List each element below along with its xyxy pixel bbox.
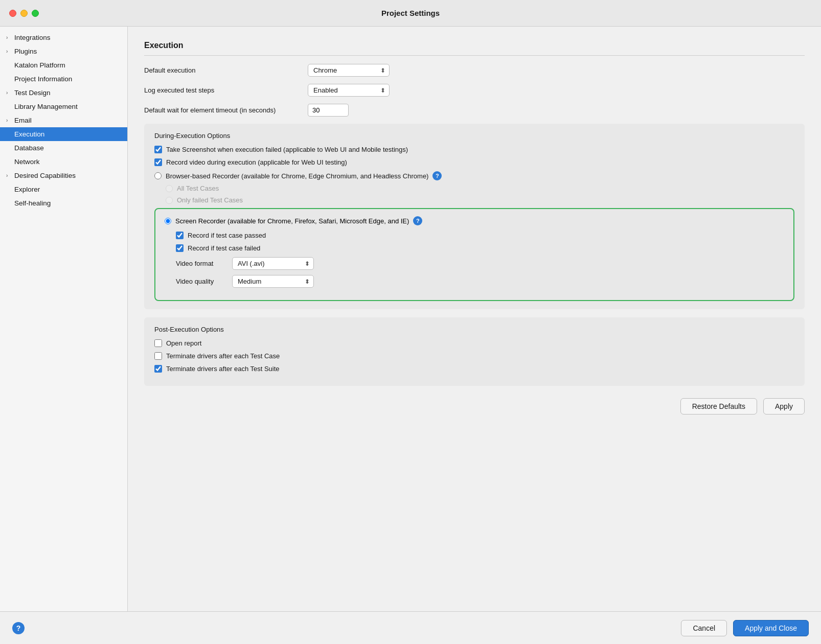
apply-close-button[interactable]: Apply and Close: [733, 620, 809, 636]
sidebar-item-label: Project Information: [14, 75, 72, 83]
record-failed-label[interactable]: Record if test case failed: [188, 244, 260, 252]
terminate-drivers-label[interactable]: Terminate drivers after each Test Case: [166, 352, 280, 360]
browser-recorder-help-icon[interactable]: ?: [432, 171, 442, 180]
all-test-cases-label: All Test Cases: [177, 185, 219, 192]
sidebar-item-label: Desired Capabilities: [14, 172, 76, 179]
all-test-cases-row: All Test Cases: [166, 185, 794, 192]
default-execution-row: Default execution ChromeFirefoxEdgeSafar…: [144, 64, 805, 77]
sidebar-item-self-healing[interactable]: Self-healing: [0, 196, 127, 210]
browser-recorder-radio[interactable]: [154, 172, 162, 179]
record-passed-label[interactable]: Record if test case passed: [188, 232, 266, 239]
sidebar-item-katalon-platform[interactable]: Katalon Platform: [0, 58, 127, 72]
sidebar-item-execution[interactable]: Execution: [0, 127, 127, 141]
chevron-icon: ›: [6, 35, 13, 40]
all-test-cases-radio[interactable]: [166, 185, 173, 192]
terminate-suite-label[interactable]: Terminate drivers after each Test Suite: [166, 365, 280, 373]
titlebar: Project Settings: [0, 0, 821, 27]
only-failed-row: Only failed Test Cases: [166, 196, 794, 204]
cancel-button[interactable]: Cancel: [681, 620, 727, 636]
sidebar-item-database[interactable]: Database: [0, 141, 127, 155]
sidebar-item-label: Test Design: [14, 89, 51, 97]
default-execution-select-wrapper: ChromeFirefoxEdgeSafariIE: [308, 64, 390, 77]
sidebar-item-network[interactable]: Network: [0, 155, 127, 169]
sidebar-item-library-management[interactable]: Library Management: [0, 100, 127, 113]
chevron-icon: ›: [6, 90, 13, 96]
log-executed-label: Log executed test steps: [144, 86, 308, 94]
open-report-label[interactable]: Open report: [166, 339, 201, 347]
screen-recorder-radio[interactable]: [165, 218, 171, 224]
screen-recorder-row: Screen Recorder (available for Chrome, F…: [165, 216, 784, 225]
sidebar: ›Integrations›PluginsKatalon PlatformPro…: [0, 27, 128, 611]
apply-button[interactable]: Apply: [763, 398, 805, 415]
record-failed-row: Record if test case failed: [176, 244, 784, 252]
timeout-label: Default wait for element timeout (in sec…: [144, 106, 308, 114]
sidebar-item-label: Plugins: [14, 48, 37, 55]
sidebar-item-label: Explorer: [14, 186, 40, 193]
help-button[interactable]: ?: [12, 622, 25, 634]
sidebar-item-label: Integrations: [14, 34, 51, 41]
take-screenshot-label[interactable]: Take Screenshot when execution failed (a…: [166, 146, 408, 153]
default-execution-select[interactable]: ChromeFirefoxEdgeSafariIE: [308, 64, 390, 77]
browser-recorder-row: Browser-based Recorder (available for Ch…: [154, 171, 794, 180]
log-executed-row: Log executed test steps EnabledDisabled: [144, 84, 805, 97]
sidebar-item-plugins[interactable]: ›Plugins: [0, 44, 127, 58]
terminate-drivers-checkbox[interactable]: [154, 352, 162, 360]
video-quality-select[interactable]: LowMediumHigh: [232, 275, 314, 288]
sidebar-item-desired-capabilities[interactable]: ›Desired Capabilities: [0, 169, 127, 182]
sidebar-item-label: Execution: [14, 130, 44, 138]
record-video-row: Record video during execution (applicabl…: [154, 158, 794, 166]
default-execution-label: Default execution: [144, 66, 308, 74]
sidebar-item-label: Katalon Platform: [14, 61, 65, 69]
terminate-suite-row: Terminate drivers after each Test Suite: [154, 365, 794, 373]
sidebar-item-email[interactable]: ›Email: [0, 113, 127, 127]
video-format-row: Video format AVI (.avi)MP4 (.mp4): [176, 257, 784, 270]
take-screenshot-row: Take Screenshot when execution failed (a…: [154, 146, 794, 153]
sidebar-item-test-design[interactable]: ›Test Design: [0, 86, 127, 100]
sidebar-item-label: Library Management: [14, 103, 78, 110]
main-layout: ›Integrations›PluginsKatalon PlatformPro…: [0, 27, 821, 611]
log-executed-select[interactable]: EnabledDisabled: [308, 84, 390, 97]
terminate-suite-checkbox[interactable]: [154, 365, 162, 373]
content-area: Execution Default execution ChromeFirefo…: [128, 27, 821, 611]
section-title: Execution: [144, 41, 805, 56]
record-video-checkbox[interactable]: [154, 158, 162, 166]
video-quality-label: Video quality: [176, 278, 227, 285]
close-button[interactable]: [9, 10, 16, 17]
only-failed-radio[interactable]: [166, 197, 173, 204]
video-format-select[interactable]: AVI (.avi)MP4 (.mp4): [232, 257, 314, 270]
only-failed-label: Only failed Test Cases: [177, 196, 243, 204]
window-title: Project Settings: [381, 9, 440, 17]
during-options-title: During-Execution Options: [154, 132, 794, 140]
sidebar-item-label: Database: [14, 144, 44, 152]
take-screenshot-checkbox[interactable]: [154, 146, 162, 153]
record-passed-row: Record if test case passed: [176, 232, 784, 239]
chevron-icon: ›: [6, 49, 13, 54]
video-format-select-wrapper: AVI (.avi)MP4 (.mp4): [232, 257, 314, 270]
screen-recorder-help-icon[interactable]: ?: [413, 216, 422, 225]
terminate-drivers-row: Terminate drivers after each Test Case: [154, 352, 794, 360]
sidebar-item-explorer[interactable]: Explorer: [0, 182, 127, 196]
open-report-checkbox[interactable]: [154, 339, 162, 347]
video-quality-select-wrapper: LowMediumHigh: [232, 275, 314, 288]
restore-apply-row: Restore Defaults Apply: [144, 398, 805, 415]
timeout-input[interactable]: [308, 104, 349, 117]
sidebar-item-integrations[interactable]: ›Integrations: [0, 31, 127, 44]
chevron-icon: ›: [6, 118, 13, 123]
minimize-button[interactable]: [20, 10, 28, 17]
restore-defaults-button[interactable]: Restore Defaults: [680, 398, 757, 415]
record-failed-checkbox[interactable]: [176, 244, 184, 252]
screen-recorder-label[interactable]: Screen Recorder (available for Chrome, F…: [175, 217, 409, 225]
timeout-row: Default wait for element timeout (in sec…: [144, 104, 805, 117]
post-options-title: Post-Execution Options: [154, 326, 794, 333]
video-format-label: Video format: [176, 260, 227, 267]
maximize-button[interactable]: [32, 10, 39, 17]
record-passed-checkbox[interactable]: [176, 232, 184, 239]
open-report-row: Open report: [154, 339, 794, 347]
record-video-label[interactable]: Record video during execution (applicabl…: [166, 158, 347, 166]
sidebar-item-label: Network: [14, 158, 40, 166]
sidebar-item-label: Self-healing: [14, 199, 51, 207]
sidebar-item-project-information[interactable]: Project Information: [0, 72, 127, 86]
log-executed-select-wrapper: EnabledDisabled: [308, 84, 390, 97]
browser-recorder-label[interactable]: Browser-based Recorder (available for Ch…: [166, 172, 428, 180]
chevron-icon: ›: [6, 173, 13, 178]
